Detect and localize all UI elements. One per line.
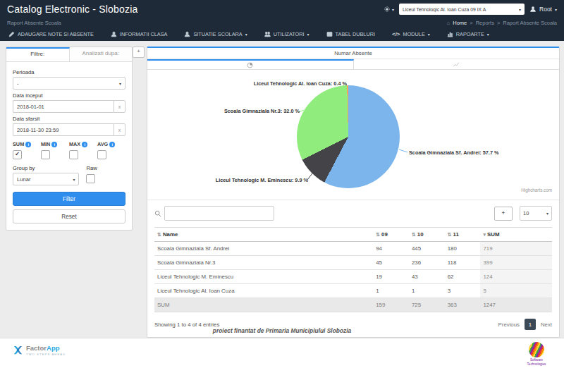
chevron-down-icon: ▾ [555,7,557,12]
clear-date-button[interactable]: x [114,100,125,113]
agg-max: MAXi [69,141,97,159]
absences-table-zone: + 10 ▾ ⇅Name ⇅09 ⇅10 ⇅11 ▾SUM Scoala [147,200,559,337]
avg-checkbox[interactable] [97,150,106,159]
funding-text: proiect finantat de Primaria Municipiulu… [0,327,564,334]
chevron-down-icon: ▾ [73,177,75,182]
top-bar: Catalog Electronic - Slobozia ▾ Liceul T… [0,0,564,41]
chevron-down-icon: ▾ [392,7,394,12]
sort-icon: ⇅ [157,232,161,237]
code-icon: </> [392,31,400,37]
table-row[interactable]: Liceul Tehnologic M. Eminescu 19 43 62 1… [154,270,552,284]
perioada-select[interactable]: - ▾ [13,77,125,90]
settings-gear-button[interactable]: ▾ [384,6,394,13]
line-chart-icon [453,61,460,68]
filter-button[interactable]: Filter [13,192,125,206]
pie-label-ioan-cuza: Liceul Tehnologic Al. Ioan Cuza: 0.4 % [254,80,347,87]
table-icon [326,31,333,37]
class-select[interactable]: Liceul Tehnologic Al. Ioan Cuza 09 IX A … [399,4,525,15]
group-by-label: Group by [13,165,79,171]
col-header-09[interactable]: ⇅09 [373,228,409,242]
filter-panel: Filtre: Analizati dupa: Perioada - ▾ Dat… [6,47,133,231]
absences-table: ⇅Name ⇅09 ⇅10 ⇅11 ▾SUM Scoala Gimnaziala… [154,227,552,312]
user-icon [111,31,117,37]
group-by-select[interactable]: Lunar ▾ [13,173,79,185]
pie-chart-icon [247,62,253,68]
pie-label-sf-andrei: Scoala Gimnaziala Sf. Andrei: 57.7 % [409,149,498,156]
table-row[interactable]: Scoala Gimnaziala Sf. Andrei 94 445 180 … [154,242,552,256]
max-checkbox[interactable] [69,150,78,159]
nav-informatii-clasa[interactable]: INFORMATII CLASA [111,31,168,37]
agg-sum: SUMi ✔ [13,141,41,159]
chevron-down-icon: ▾ [307,32,309,37]
tab-pie-chart[interactable] [147,59,354,69]
nav-module[interactable]: </> MODULE ▾ [392,31,430,37]
nav-adaugare-note[interactable]: ADAUGARE NOTE SI ABSENTE [8,31,94,37]
info-icon[interactable]: i [25,142,31,147]
highcharts-watermark[interactable]: Highcharts.com [521,188,552,192]
col-header-sum[interactable]: ▾SUM [480,228,552,242]
data-sfarsit-input[interactable]: 2018-11-30 23:59 [13,123,114,136]
clear-date-button[interactable]: x [114,123,125,136]
page-subtitle: Raport Absente Scoala [7,20,61,26]
chart-title: Numar Absente [147,48,559,59]
pie-graphic[interactable] [297,85,400,188]
data-inceput-label: Data inceput [13,92,125,99]
info-icon[interactable]: i [82,142,87,147]
column-toggle-button[interactable]: + [494,207,513,221]
table-sum-row: SUM 159 725 363 1247 [154,298,552,312]
app-title: Catalog Electronic - Slobozia [7,4,138,15]
table-row[interactable]: Liceul Tehnologic Al. Ioan Cuza 1 1 3 5 [154,284,552,298]
breadcrumb-home[interactable]: Home [453,20,467,26]
raw-label: Raw [86,165,125,171]
search-icon [154,210,161,217]
table-row[interactable]: Scoala Gimnaziala Nr.3 45 236 118 399 [154,256,552,270]
data-sfarsit-label: Data sfarsit [13,116,125,122]
user-name: Root [539,6,552,13]
sum-checkbox[interactable]: ✔ [13,150,22,159]
reset-button[interactable]: Reset [13,209,125,223]
nav-utilizatori[interactable]: UTILIZATORI ▾ [264,31,309,37]
chevron-down-icon: ▾ [245,32,247,37]
chevron-down-icon: ▾ [119,81,121,86]
chevron-down-icon: ▾ [519,7,521,12]
raw-checkbox[interactable] [86,174,95,183]
col-header-11[interactable]: ⇅11 [445,228,481,242]
page-footer: FactorApp two steps ahead Software Techn… [0,338,564,392]
tab-filtre[interactable]: Filtre: [6,47,70,61]
page-length-select[interactable]: 10 ▾ [520,206,552,221]
tab-analizati-dupa[interactable]: Analizati dupa: [70,47,133,61]
info-icon[interactable]: i [109,142,115,147]
pencil-icon [8,31,15,37]
col-header-name[interactable]: ⇅Name [154,228,373,242]
tab-line-chart[interactable] [354,59,560,69]
info-icon[interactable]: i [51,142,57,147]
sort-desc-icon: ▾ [483,232,486,237]
user-icon [184,31,190,37]
main-nav: ADAUGARE NOTE SI ABSENTE INFORMATII CLAS… [0,27,564,41]
pie-label-eminescu: Liceul Tehnologic M. Eminescu: 9.9 % [216,177,308,183]
panel-collapse-button[interactable]: + [133,47,145,58]
chevron-down-icon: ▾ [546,211,548,216]
globe-icon [529,342,544,357]
pie-chart: Liceul Tehnologic Al. Ioan Cuza: 0.4 % S… [147,70,559,200]
breadcrumb-current: Raport Absente Scoala [503,20,557,26]
breadcrumb: ⌂ Home > Reports > Raport Absente Scoala [447,20,557,26]
factorapp-logo[interactable]: FactorApp two steps ahead [13,345,66,356]
breadcrumb-reports[interactable]: Reports [476,20,494,26]
software-technologies-logo[interactable]: Software Technologies [520,342,553,366]
data-inceput-input[interactable]: 2018-01-01 [13,100,114,113]
nav-situatie-scolara[interactable]: SITUATIE SCOLARA ▾ [184,31,247,37]
col-header-10[interactable]: ⇅10 [409,228,445,242]
min-checkbox[interactable] [41,150,50,159]
factorapp-mark-icon [13,345,23,355]
nav-tabel-dubluri[interactable]: TABEL DUBLURI [326,31,375,37]
nav-rapoarte[interactable]: RAPOARTE ▾ [447,31,489,37]
chevron-down-icon: ▾ [487,32,489,37]
agg-avg: AVGi [97,141,125,159]
chart-icon [447,31,453,37]
factorapp-tagline: two steps ahead [26,353,66,356]
user-icon [529,6,537,13]
user-menu[interactable]: Root ▾ [529,6,557,13]
table-search-input[interactable] [164,206,274,221]
home-icon: ⌂ [447,20,450,26]
